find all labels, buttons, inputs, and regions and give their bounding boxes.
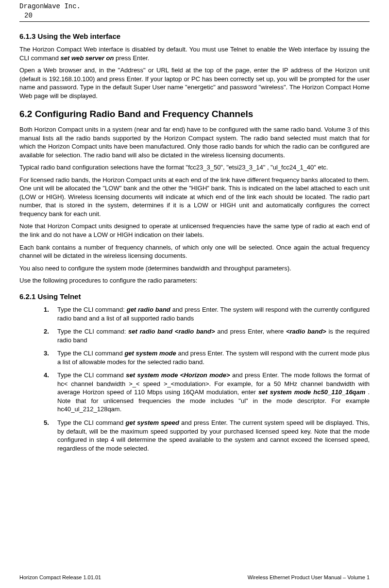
footer-left: Horizon Compact Release 1.01.01: [19, 574, 101, 581]
cli-arg: <radio band>: [286, 328, 326, 335]
heading-6-2-1: 6.2.1 Using Telnet: [19, 292, 370, 302]
cli-command: set system mode <Horizon mode>: [126, 371, 230, 379]
cli-command: set radio band <radio band>: [128, 328, 215, 335]
text: Type the CLI command: [57, 371, 126, 379]
cli-command: set web server on: [61, 54, 114, 62]
step-item: 2. Type the CLI command: set radio band …: [44, 327, 370, 344]
paragraph: For licensed radio bands, the Horizon Co…: [19, 176, 370, 218]
footer-right: Wireless Ethernet Product User Manual – …: [248, 574, 370, 581]
paragraph: The Horizon Compact Web interface is dis…: [19, 45, 370, 62]
paragraph: Note that Horizon Compact units designed…: [19, 222, 370, 239]
step-number: 3.: [44, 349, 49, 358]
cli-command: get system speed: [125, 419, 179, 426]
text: press Enter.: [114, 54, 149, 62]
step-item: 1. Type the CLI command: get radio band …: [44, 305, 370, 322]
step-number: 1.: [44, 305, 49, 314]
header-company: DragonWave Inc.: [19, 0, 370, 11]
paragraph: Open a Web browser and, in the "Address"…: [19, 66, 370, 100]
step-number: 4.: [44, 371, 49, 380]
step-item: 4. Type the CLI command set system mode …: [44, 371, 370, 414]
cli-command: get system mode: [124, 350, 176, 357]
page-footer: Horizon Compact Release 1.01.01 Wireless…: [19, 574, 370, 581]
paragraph: You also need to configure the system mo…: [19, 264, 370, 273]
text: Type the CLI command:: [57, 306, 127, 313]
text: Type the CLI command: [57, 419, 125, 426]
text: Type the CLI command:: [57, 328, 128, 335]
document-page: DragonWave Inc. 20 6.1.3 Using the Web i…: [0, 0, 389, 588]
paragraph: Use the following procedures to configur…: [19, 276, 370, 285]
text: Type the CLI command: [57, 350, 124, 357]
step-item: 5. Type the CLI command get system speed…: [44, 419, 370, 453]
heading-6-2: 6.2 Configuring Radio Band and Frequency…: [19, 108, 370, 120]
step-item: 3. Type the CLI command get system mode …: [44, 349, 370, 366]
paragraph: Each bank contains a number of frequency…: [19, 243, 370, 260]
text: and press Enter, where: [215, 328, 286, 335]
paragraph: Both Horizon Compact units in a system (…: [19, 125, 370, 159]
step-number: 5.: [44, 419, 49, 427]
paragraph: Typical radio band configuration selecti…: [19, 163, 370, 172]
header-page-number: 20: [19, 11, 370, 22]
cli-command: set system mode hc50_110_16qam: [258, 388, 365, 396]
steps-list: 1. Type the CLI command: get radio band …: [44, 305, 370, 453]
cli-command: get radio band: [127, 306, 170, 313]
step-number: 2.: [44, 327, 49, 336]
heading-6-1-3: 6.1.3 Using the Web interface: [19, 32, 370, 41]
